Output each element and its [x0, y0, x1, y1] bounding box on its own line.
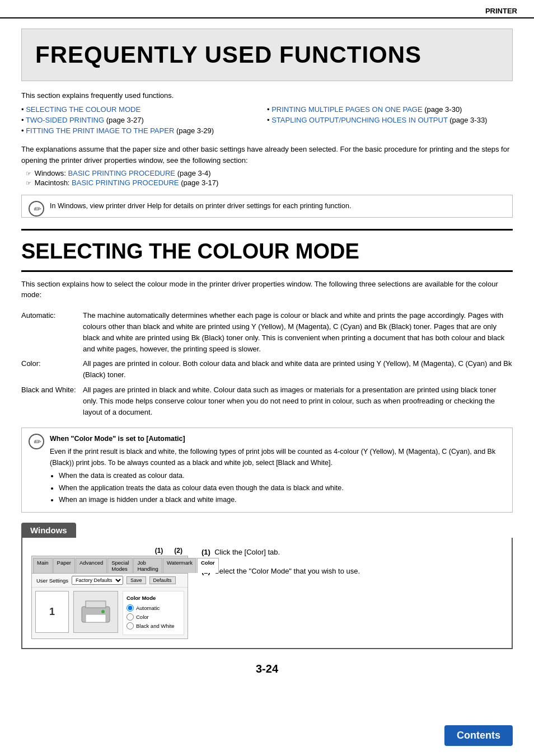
svg-point-7	[101, 610, 105, 613]
main-heading-box: FREQUENTLY USED FUNCTIONS	[21, 29, 513, 81]
windows-badge: Windows	[21, 523, 76, 538]
note-icon-1: ✏	[29, 201, 44, 217]
tab-job-handling[interactable]: Job Handling	[133, 558, 162, 573]
link-basic-printing-windows[interactable]: BASIC PRINTING PROCEDURE	[68, 169, 175, 177]
link-fitting[interactable]: FITTING THE PRINT IMAGE TO THE PAPER	[26, 126, 174, 135]
radio-bw-label: Black and White	[136, 623, 175, 629]
bullet-suffix-5: (page 3-33)	[448, 116, 488, 124]
note2-list-item-2: When the application treats the data as …	[59, 483, 504, 494]
callout-2: (2)	[174, 547, 182, 555]
radio-bw[interactable]: Black and White	[127, 622, 180, 630]
def-row-bw: Black and White: All pages are printed i…	[21, 383, 513, 420]
ref-mac-page: (page 3-17)	[179, 179, 219, 187]
section-title: SELECTING THE COLOUR MODE	[21, 240, 513, 264]
step-2: (2) Select the "Color Mode" that you wis…	[202, 566, 503, 577]
windows-label: Windows	[30, 525, 67, 535]
link-stapling[interactable]: STAPLING OUTPUT/PUNCHING HOLES IN OUTPUT	[271, 116, 447, 124]
printer-preview	[73, 591, 118, 633]
color-panel-title: Color Mode	[127, 595, 180, 601]
save-button[interactable]: Save	[127, 576, 146, 584]
step-1: (1) Click the [Color] tab.	[202, 547, 503, 558]
bullet-suffix-2: (page 3-27)	[104, 116, 144, 124]
svg-rect-5	[86, 601, 106, 608]
screenshot-wrapper: (1) (2) Main Paper Advanced Special Mode…	[31, 547, 188, 639]
link-colour-mode[interactable]: SELECTING THE COLOUR MODE	[26, 105, 140, 114]
tab-special-modes[interactable]: Special Modes	[107, 558, 133, 573]
step1-label: (1)	[202, 548, 210, 556]
page-thumb: 1	[35, 591, 69, 633]
page-container: PRINTER FREQUENTLY USED FUNCTIONS This s…	[0, 0, 534, 756]
definition-table: Automatic: The machine automatically det…	[21, 308, 513, 420]
link-two-sided[interactable]: TWO-SIDED PRINTING	[26, 116, 104, 124]
note2-body: Even if the print result is black and wh…	[50, 447, 504, 468]
tab-main[interactable]: Main	[33, 558, 53, 573]
settings-row: User Settings Factory Defaults Save Defa…	[32, 574, 188, 588]
step2-text: Select the "Color Mode" that you wish to…	[214, 567, 360, 575]
step1-text: Click the [Color] tab.	[214, 548, 280, 556]
def-row-color: Color: All pages are printed in colour. …	[21, 356, 513, 382]
def-row-automatic: Automatic: The machine automatically det…	[21, 308, 513, 357]
link-multiple-pages[interactable]: PRINTING MULTIPLE PAGES ON ONE PAGE	[271, 105, 422, 114]
def-term-color: Color:	[21, 356, 83, 382]
content-area: FREQUENTLY USED FUNCTIONS This section e…	[0, 29, 534, 692]
radio-automatic[interactable]: Automatic	[127, 604, 180, 612]
windows-section: (1) (2) Main Paper Advanced Special Mode…	[21, 538, 513, 649]
header-text: PRINTER	[485, 7, 517, 15]
note2-list: When the data is created as colour data.…	[59, 471, 504, 505]
steps-area: (1) Click the [Color] tab. (2) Select th…	[202, 547, 503, 584]
bullet-item-1: SELECTING THE COLOUR MODE	[21, 105, 267, 114]
tab-watermark[interactable]: Watermark	[163, 558, 196, 573]
svg-text:✏: ✏	[33, 204, 41, 214]
radio-bw-input[interactable]	[127, 622, 134, 630]
radio-automatic-input[interactable]	[127, 604, 134, 612]
svg-text:✏: ✏	[33, 437, 41, 447]
bullet-col-right: PRINTING MULTIPLE PAGES ON ONE PAGE (pag…	[267, 105, 513, 137]
radio-color-label: Color	[136, 614, 149, 620]
settings-select[interactable]: Factory Defaults	[72, 576, 123, 585]
note1-text: In Windows, view printer driver Help for…	[50, 202, 351, 210]
ref-windows-label: Windows:	[35, 169, 68, 177]
bullet-item-2: TWO-SIDED PRINTING (page 3-27)	[21, 116, 267, 124]
section-heading-box: SELECTING THE COLOUR MODE	[21, 231, 513, 272]
tabs-bar: Main Paper Advanced Special Modes Job Ha…	[32, 556, 188, 574]
radio-automatic-label: Automatic	[136, 605, 160, 611]
intro-text: This section explains frequently used fu…	[21, 91, 513, 100]
bullet-col-left: SELECTING THE COLOUR MODE TWO-SIDED PRIN…	[21, 105, 267, 137]
bullet-suffix-3: (page 3-29)	[174, 126, 214, 135]
tab-advanced[interactable]: Advanced	[76, 558, 107, 573]
printer-label: PRINTER	[0, 0, 534, 18]
bullet-suffix-4: (page 3-30)	[423, 105, 462, 114]
bullet-item-3: FITTING THE PRINT IMAGE TO THE PAPER (pa…	[21, 126, 267, 135]
defaults-button[interactable]: Defaults	[149, 576, 176, 584]
bullet-item-5: STAPLING OUTPUT/PUNCHING HOLES IN OUTPUT…	[267, 116, 513, 124]
note-box-1: ✏ In Windows, view printer driver Help f…	[21, 195, 513, 218]
link-basic-printing-mac[interactable]: BASIC PRINTING PROCEDURE	[72, 179, 179, 187]
tab-paper[interactable]: Paper	[53, 558, 75, 573]
radio-color[interactable]: Color	[127, 613, 180, 621]
note-box-2: ✏ When "Color Mode" is set to [Automatic…	[21, 428, 513, 513]
def-desc-color: All pages are printed in colour. Both co…	[83, 356, 513, 382]
note2-list-item-3: When an image is hidden under a black an…	[59, 495, 504, 505]
main-heading: FREQUENTLY USED FUNCTIONS	[35, 41, 499, 68]
ref-icon-mac: ☞	[26, 180, 31, 186]
page-number: 3-24	[21, 663, 513, 675]
def-term-automatic: Automatic:	[21, 308, 83, 357]
bullet-item-4: PRINTING MULTIPLE PAGES ON ONE PAGE (pag…	[267, 105, 513, 114]
def-desc-automatic: The machine automatically determines whe…	[83, 308, 513, 357]
note2-title: When "Color Mode" is set to [Automatic]	[50, 434, 504, 444]
def-desc-bw: All pages are printed in black and white…	[83, 383, 513, 420]
tab-color[interactable]: Color	[197, 558, 219, 573]
radio-color-input[interactable]	[127, 613, 134, 621]
callout-1: (1)	[155, 547, 163, 555]
callout-row: (1) (2)	[31, 547, 188, 555]
explanations-text: The explanations assume that the paper s…	[21, 144, 513, 166]
svg-rect-6	[86, 614, 106, 622]
contents-button[interactable]: Contents	[444, 725, 513, 746]
color-panel: Color Mode Automatic Color	[123, 591, 184, 635]
ref-windows-page: (page 3-4)	[175, 169, 211, 177]
note-icon-2: ✏	[29, 434, 44, 449]
ref-icon-windows: ☞	[26, 170, 31, 177]
def-term-bw: Black and White:	[21, 383, 83, 420]
section-intro: This section explains how to select the …	[21, 279, 513, 300]
screenshot-mock: Main Paper Advanced Special Modes Job Ha…	[31, 556, 188, 639]
